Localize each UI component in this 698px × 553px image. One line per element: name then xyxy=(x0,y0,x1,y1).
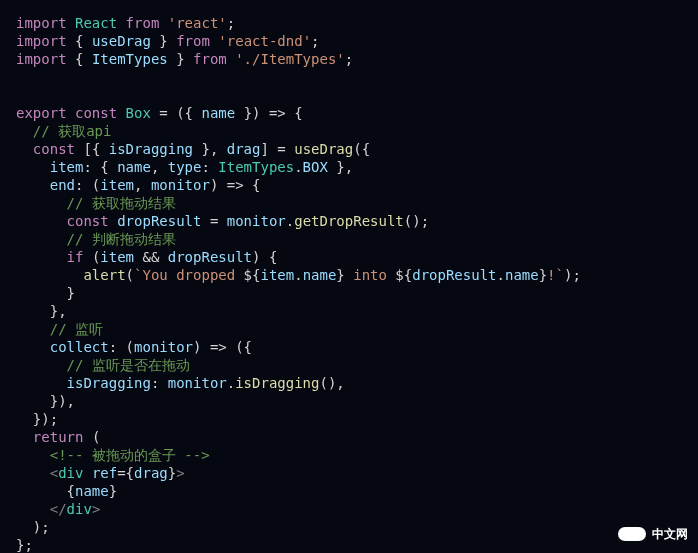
code-block: import React from 'react'; import { useD… xyxy=(0,0,698,553)
comment: // 获取api xyxy=(33,123,112,139)
watermark-badge: 中文网 xyxy=(618,525,688,543)
watermark-pill-icon xyxy=(618,527,646,541)
keyword-import: import xyxy=(16,15,67,31)
watermark-text: 中文网 xyxy=(652,525,688,543)
